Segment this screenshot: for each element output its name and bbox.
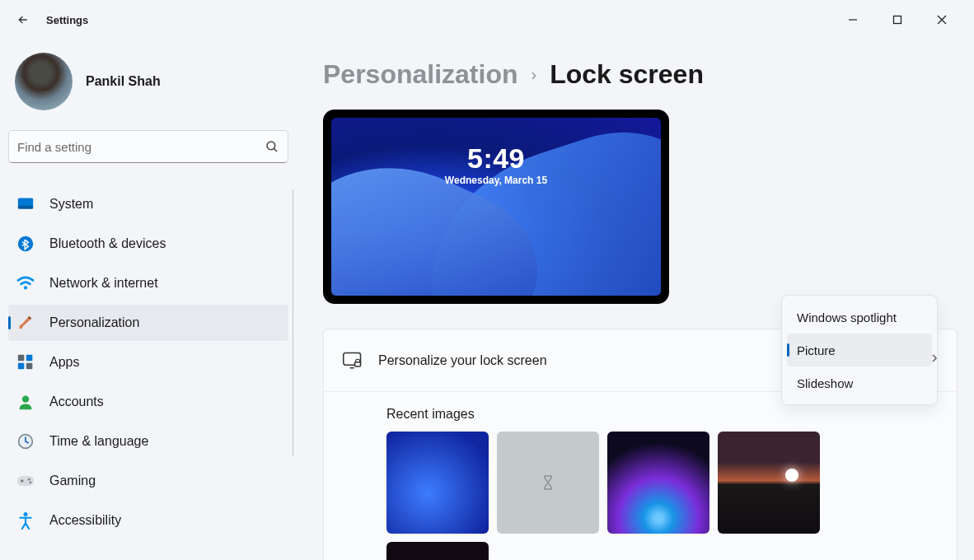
monitor-lock-icon <box>342 351 362 371</box>
search-icon <box>265 139 279 154</box>
maximize-icon <box>892 15 902 25</box>
recent-images-section: Recent images <box>324 392 957 560</box>
nav-label: Time & language <box>49 434 148 449</box>
svg-point-18 <box>24 512 28 516</box>
nav-label: Network & internet <box>49 276 158 291</box>
dropdown-option-picture[interactable]: Picture <box>787 334 932 366</box>
svg-point-17 <box>30 481 32 483</box>
svg-point-16 <box>28 478 30 481</box>
option-label: Slideshow <box>797 376 853 390</box>
svg-line-3 <box>274 148 277 152</box>
nav-label: Accessibility <box>49 513 121 528</box>
paintbrush-icon <box>16 314 35 332</box>
gamepad-icon <box>16 472 35 490</box>
nav-label: Bluetooth & devices <box>49 236 166 251</box>
minimize-icon <box>848 15 858 25</box>
arrow-left-icon <box>16 13 30 26</box>
profile[interactable]: Pankil Shah <box>8 46 292 130</box>
minimize-button[interactable] <box>834 7 872 33</box>
svg-rect-11 <box>26 363 33 370</box>
recent-thumb-4[interactable] <box>718 432 820 534</box>
titlebar: Settings <box>0 0 974 40</box>
chevron-icon <box>930 352 939 366</box>
nav-item-bluetooth[interactable]: Bluetooth & devices <box>8 226 288 262</box>
nav-item-system[interactable]: System <box>8 186 288 222</box>
breadcrumb-current: Lock screen <box>550 59 704 90</box>
nav-item-network[interactable]: Network & internet <box>8 265 288 301</box>
accessibility-icon <box>16 511 35 530</box>
breadcrumb: Personalization › Lock screen <box>323 59 958 90</box>
preview-wallpaper: 5:49 Wednesday, March 15 <box>331 118 661 296</box>
recent-thumb-2[interactable] <box>497 432 599 534</box>
nav-label: Accounts <box>49 394 104 409</box>
profile-name: Pankil Shah <box>86 74 161 89</box>
lockscreen-preview: 5:49 Wednesday, March 15 <box>323 110 669 304</box>
recent-thumb-1[interactable] <box>386 432 489 534</box>
thumbnail-row <box>386 432 939 534</box>
bluetooth-icon <box>16 235 35 253</box>
nav-label: Gaming <box>49 474 96 488</box>
nav-label: Personalization <box>49 315 139 330</box>
svg-rect-9 <box>26 355 33 362</box>
system-icon <box>16 195 35 213</box>
avatar <box>15 53 73 110</box>
window-controls <box>834 7 967 33</box>
search-input[interactable] <box>17 140 265 154</box>
close-icon <box>937 15 947 25</box>
option-label: Picture <box>797 343 836 357</box>
nav: System Bluetooth & devices Network & int… <box>8 186 292 539</box>
svg-rect-21 <box>355 362 361 366</box>
nav-label: Apps <box>49 355 79 370</box>
nav-label: System <box>49 197 93 212</box>
close-button[interactable] <box>923 7 961 33</box>
nav-item-gaming[interactable]: Gaming <box>8 463 288 499</box>
lockscreen-mode-dropdown: Windows spotlight Picture Slideshow <box>781 295 938 405</box>
clock-icon <box>16 432 35 450</box>
person-icon <box>16 393 35 411</box>
nav-item-personalization[interactable]: Personalization <box>8 305 288 341</box>
back-button[interactable] <box>7 3 40 36</box>
nav-item-time-language[interactable]: Time & language <box>8 423 288 460</box>
apps-icon <box>16 353 35 371</box>
svg-rect-1 <box>894 16 901 24</box>
svg-rect-10 <box>18 363 24 370</box>
recent-title: Recent images <box>386 407 939 422</box>
nav-item-apps[interactable]: Apps <box>8 344 288 380</box>
recent-thumb-3[interactable] <box>607 432 709 534</box>
dropdown-option-slideshow[interactable]: Slideshow <box>787 366 932 399</box>
svg-point-12 <box>22 396 29 403</box>
svg-rect-14 <box>17 476 34 486</box>
chevron-right-icon: › <box>531 65 537 84</box>
hourglass-icon <box>541 474 555 491</box>
svg-rect-5 <box>18 206 33 209</box>
sidebar: Pankil Shah System Bluetooth & devices N… <box>0 40 297 560</box>
maximize-button[interactable] <box>878 7 916 33</box>
breadcrumb-parent[interactable]: Personalization <box>323 59 518 90</box>
svg-rect-8 <box>18 355 24 362</box>
search-box[interactable] <box>8 130 288 163</box>
nav-item-accounts[interactable]: Accounts <box>8 384 288 420</box>
svg-point-7 <box>24 286 27 289</box>
card-title: Personalize your lock screen <box>378 353 547 368</box>
preview-time: 5:49 <box>467 142 525 175</box>
preview-date: Wednesday, March 15 <box>445 175 547 186</box>
option-label: Windows spotlight <box>797 310 897 324</box>
nav-item-accessibility[interactable]: Accessibility <box>8 502 288 539</box>
svg-point-2 <box>267 142 275 150</box>
window-title: Settings <box>46 14 88 26</box>
wifi-icon <box>16 274 35 292</box>
svg-point-15 <box>21 479 23 482</box>
dropdown-option-spotlight[interactable]: Windows spotlight <box>787 301 932 334</box>
recent-thumb-5[interactable] <box>386 542 489 560</box>
